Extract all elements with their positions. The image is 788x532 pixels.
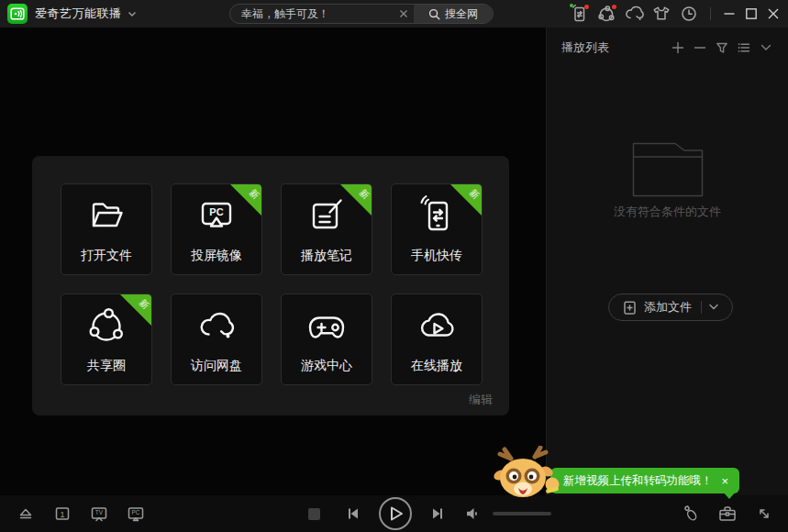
tile-phone-transfer[interactable]: 手机快传 新 (391, 183, 483, 275)
tile-game-center[interactable]: 游戏中心 (281, 294, 372, 385)
add-button-separator (701, 301, 702, 314)
bottom-toolbar: 1 TV PC (0, 495, 788, 532)
cast-to-pc-icon[interactable]: PC (125, 503, 147, 525)
playback-controls (308, 495, 551, 532)
next-button[interactable] (427, 503, 449, 525)
empty-playlist-message: 没有符合条件的文件 (547, 204, 788, 220)
notification-banner: 新增视频上传和转码功能哦！ × (550, 468, 739, 493)
playlist-title: 播放列表 (561, 39, 667, 56)
tile-label: 游戏中心 (282, 358, 372, 374)
app-title: 爱奇艺万能联播 (35, 6, 122, 22)
empty-folder-icon (632, 142, 704, 197)
search-button-label: 搜全网 (445, 6, 478, 22)
tile-open-file[interactable]: 打开文件 (61, 183, 152, 275)
titlebar-separator (710, 7, 711, 20)
history-clock-icon[interactable] (675, 0, 703, 28)
minimize-button[interactable] (718, 0, 740, 28)
notification-pointer (723, 492, 736, 499)
play-order-icon[interactable]: 1 (51, 503, 73, 525)
notification-dot (612, 5, 616, 9)
svg-text:PC: PC (131, 509, 139, 515)
toolbox-icon[interactable] (716, 503, 738, 525)
playlist-sidebar: 播放列表 没有符合条件的文件 添加文件 (546, 28, 788, 495)
playlist-header: 播放列表 (547, 28, 788, 57)
phone-transfer-icon[interactable] (565, 0, 593, 28)
tile-cloud-disk[interactable]: 访问网盘 (171, 294, 262, 385)
tile-label: 打开文件 (61, 248, 151, 264)
fullscreen-expand-icon[interactable] (753, 503, 775, 525)
search-submit-button[interactable]: 搜全网 (414, 5, 493, 23)
edit-tiles-button[interactable]: 编辑 (469, 392, 493, 408)
add-file-label: 添加文件 (644, 299, 692, 316)
search-input-wrap (230, 5, 414, 23)
app-window: 爱奇艺万能联播 搜全网 (0, 0, 788, 532)
launcher-panel: 打开文件 PC 投屏镜像 新 播放笔记 新 手机快传 新 (32, 156, 509, 416)
share-circle-icon[interactable] (593, 0, 620, 28)
title-chevron-down-icon[interactable] (128, 11, 137, 17)
add-plus-icon[interactable] (667, 39, 689, 57)
search-clear-icon[interactable] (399, 9, 408, 18)
open-disc-eject-icon[interactable] (15, 503, 37, 525)
titlebar: 爱奇艺万能联播 搜全网 (0, 0, 788, 28)
remove-minus-icon[interactable] (689, 39, 711, 57)
player-main-area: 打开文件 PC 投屏镜像 新 播放笔记 新 手机快传 新 (0, 28, 546, 495)
search-input[interactable] (241, 7, 399, 20)
tile-label: 访问网盘 (172, 358, 261, 374)
notification-dot (584, 5, 589, 9)
footprint-icon[interactable] (680, 503, 702, 525)
maximize-button[interactable] (740, 0, 762, 28)
tile-screen-mirror[interactable]: PC 投屏镜像 新 (171, 183, 262, 275)
volume-slider[interactable] (493, 512, 551, 515)
online-dot (570, 4, 573, 7)
filter-funnel-icon[interactable] (711, 39, 733, 57)
previous-button[interactable] (342, 503, 364, 525)
close-button[interactable] (762, 0, 784, 28)
tile-label: 播放笔记 (282, 248, 372, 264)
add-file-button[interactable]: 添加文件 (608, 294, 733, 321)
volume-icon[interactable] (461, 503, 483, 525)
notification-message: 新增视频上传和转码功能哦！ (563, 473, 713, 489)
svg-text:TV: TV (95, 509, 104, 515)
cloud-disk-icon[interactable] (620, 0, 648, 28)
tile-online-play[interactable]: 在线播放 (391, 294, 483, 385)
cast-to-tv-icon[interactable]: TV (88, 503, 110, 525)
tile-share-circle[interactable]: 共享圈 新 (61, 294, 152, 385)
svg-text:PC: PC (209, 206, 223, 217)
tile-label: 投屏镜像 (172, 248, 261, 264)
bottom-right-tools (680, 495, 775, 532)
notification-close-icon[interactable]: × (720, 475, 731, 487)
titlebar-right-icons (565, 0, 784, 28)
list-view-icon[interactable] (733, 39, 755, 57)
skin-shirt-icon[interactable] (648, 0, 675, 28)
tile-label: 共享圈 (61, 358, 151, 374)
bottom-left-tools: 1 TV PC (15, 495, 147, 532)
tile-label: 手机快传 (392, 248, 482, 264)
collapse-chevron-down-icon[interactable] (755, 39, 777, 57)
deer-mascot (489, 446, 566, 501)
tile-play-notes[interactable]: 播放笔记 新 (281, 183, 372, 275)
search-box: 搜全网 (229, 4, 494, 24)
svg-text:1: 1 (60, 510, 64, 519)
tile-label: 在线播放 (392, 358, 482, 374)
app-logo-icon[interactable] (7, 4, 28, 24)
play-button[interactable] (379, 497, 412, 530)
stop-button[interactable] (308, 508, 320, 520)
add-file-chevron-down-icon[interactable] (708, 304, 719, 311)
